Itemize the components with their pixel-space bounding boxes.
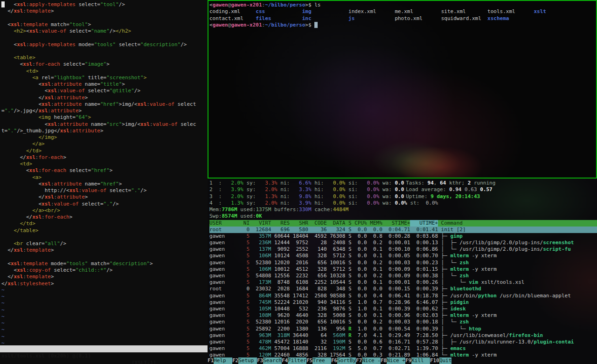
token: : (23, 8, 26, 14)
process-cell: gawen (209, 306, 237, 312)
process-row[interactable]: root01268469658036324S0.00.00:04.710:01.… (209, 227, 597, 233)
header-cell-utime[interactable]: UTIME+ (410, 220, 438, 227)
meter-line: 2 : 3.9% sy: 2.0% ni: 3.3% hi: 0.0% si: … (209, 186, 597, 193)
token: <td> (20, 161, 33, 167)
process-row[interactable]: gawen55238012016202065610016S0.00.20:00.… (209, 319, 597, 325)
code-line: </xsl:attribute> (1, 194, 208, 200)
token: "screenshot" (106, 75, 143, 81)
htop-table-header[interactable]: USERNIVIRTRESSHRCODEDATASCPU%MEM%STIME+U… (209, 220, 597, 227)
token: attribute (57, 95, 85, 101)
token: > (110, 167, 113, 173)
process-cell: gawen (209, 293, 237, 299)
token: mlterm (450, 312, 469, 318)
process-row[interactable]: gawen5173M87486108225210544S0.00.10:00.0… (209, 279, 597, 286)
fkey-f9[interactable]: F9 (405, 357, 411, 364)
fkey-f3[interactable]: F3 (257, 357, 263, 364)
process-row[interactable]: root02303220281684828348S0.00.00:00.150:… (209, 286, 597, 292)
header-cell-shr[interactable]: SHR (290, 220, 308, 227)
terminal-pane[interactable]: <gawen@gawen-x201:~/bilbo/perso>$ lscodi… (208, 0, 597, 179)
token: apply-templates (29, 41, 76, 48)
fkey-label-filter[interactable]: Filter (288, 357, 306, 364)
process-cell: S (345, 306, 351, 312)
token: mlterm (450, 253, 469, 259)
fkey-label-sortby[interactable]: SortBy (337, 357, 356, 364)
fkey-label-nice[interactable]: Nice - (362, 357, 381, 364)
process-row[interactable]: gawen5236M124449752282408S0.00.20:00.010… (209, 240, 597, 246)
process-row[interactable]: gawen5137M909225521406348S0.00.10:00.100… (209, 246, 597, 253)
fkey-label-quit[interactable]: Quit (439, 357, 452, 364)
fkey-f1[interactable]: F1 (208, 357, 214, 364)
empty-line-tilde: ~ (1, 320, 208, 327)
process-row[interactable]: gawen5105M104485322369876S1.00.10:00.390… (209, 306, 597, 312)
fkey-label-nice+[interactable]: Nice + (387, 357, 405, 364)
fkey-f6[interactable]: F6 (331, 357, 337, 364)
process-row[interactable]: gawen5478M454721814032190MS0.00.60:16.71… (209, 339, 597, 345)
fkey-f4[interactable]: F4 (282, 357, 288, 364)
token: "lightbox" (54, 75, 85, 81)
fkey-label-tree[interactable]: Tree (312, 357, 331, 364)
header-cell-cpu[interactable]: CPU% (352, 220, 367, 227)
process-cell: 0:00.03 (382, 319, 410, 325)
fkey-label-kill[interactable]: Kill (411, 357, 430, 364)
process-row[interactable]: gawen5357M6064418404459276308S0.00.80:00… (209, 233, 597, 240)
token: "src" (106, 121, 122, 127)
token: python (478, 293, 497, 299)
header-cell-command[interactable]: Command (438, 220, 597, 227)
process-row[interactable]: gawen5106M1001245123285712S0.00.10:00.09… (209, 266, 597, 273)
code-line: </xsl:template> (1, 8, 208, 14)
header-cell-res[interactable]: RES (271, 220, 290, 227)
fkey-f2[interactable]: F2 (232, 357, 238, 364)
header-cell-mem[interactable]: MEM% (367, 220, 382, 227)
fkey-f8[interactable]: F8 (381, 357, 387, 364)
code-line: </table> (1, 227, 208, 234)
token: > (122, 81, 125, 87)
fkey-label-setup[interactable]: Setup (238, 357, 257, 364)
header-cell-stime[interactable]: STIME+ (382, 220, 410, 227)
fkey-label-search[interactable]: Search (263, 357, 282, 364)
process-cell: 0.0 (367, 227, 382, 233)
process-row[interactable]: gawen5106M1012445083285712S0.00.10:00.05… (209, 253, 597, 259)
token: 3.3% (290, 186, 311, 192)
process-row[interactable]: gawen5963M318M3644064560MR7.04.10:29.497… (209, 332, 597, 339)
token: "child::*" (76, 267, 106, 273)
token: /> (140, 187, 146, 193)
token: >img/< (122, 121, 140, 127)
token: </table> (14, 227, 39, 234)
process-cell: gawen (209, 339, 237, 345)
vim-editor-pane[interactable]: <xsl:apply-templates select="tool"/> </x… (0, 0, 208, 364)
process-row[interactable]: gawen52589222001380136956R1.00.00:00.540… (209, 326, 597, 332)
header-cell-code[interactable]: CODE (308, 220, 327, 227)
process-cell: 5 (237, 273, 250, 279)
process-cell: 8748 (271, 279, 290, 286)
process-cell: 5712 (327, 253, 346, 259)
code-line (1, 234, 208, 240)
process-row[interactable]: gawen5745M522242102094034116S1.00.70:28.… (209, 299, 597, 306)
code-line: </a><br/> (1, 207, 208, 214)
token: value-of (153, 121, 178, 127)
fkey-label-help[interactable]: Help (214, 357, 232, 364)
process-cell: 0.1 (367, 246, 382, 253)
header-cell-ni[interactable]: NI (237, 220, 250, 227)
htop-pane[interactable]: 1 : 2.0% sy: 3.3% ni: 6.6% hi: 0.0% si: … (208, 179, 597, 364)
token: xsl (48, 121, 57, 127)
code-line: <xsl:attribute name="src">img/<xsl:value… (1, 121, 208, 128)
fkey-f7[interactable]: F7 (356, 357, 362, 364)
process-row[interactable]: gawen55480812556223265610328S0.00.20:00.… (209, 273, 597, 279)
process-cell: 2200 (271, 326, 290, 332)
fkey-f5[interactable]: F5 (306, 357, 312, 364)
header-cell-data[interactable]: DATA (327, 220, 346, 227)
token: 0.0% (358, 186, 379, 192)
process-row[interactable]: gawen5864M3554817412250898588S0.00.40:06… (209, 293, 597, 299)
header-cell-virt[interactable]: VIRT (250, 220, 271, 227)
header-cell-s[interactable]: S (345, 220, 351, 227)
token: site.xml (441, 8, 487, 14)
process-row[interactable]: gawen5108M962046403285008S0.00.10:00.960… (209, 312, 597, 319)
fkey-f10[interactable]: F10 (430, 357, 439, 364)
token: "." (7, 128, 17, 134)
token: si: (345, 180, 358, 186)
token: si: (345, 200, 358, 206)
token: "title" (100, 81, 122, 87)
process-row[interactable]: gawen55238012020201665610016S0.00.20:00.… (209, 260, 597, 266)
header-cell-user[interactable]: USER (209, 220, 237, 227)
process-row[interactable]: gawen5462M57004168882116192MS5.00.70:02.… (209, 345, 597, 352)
